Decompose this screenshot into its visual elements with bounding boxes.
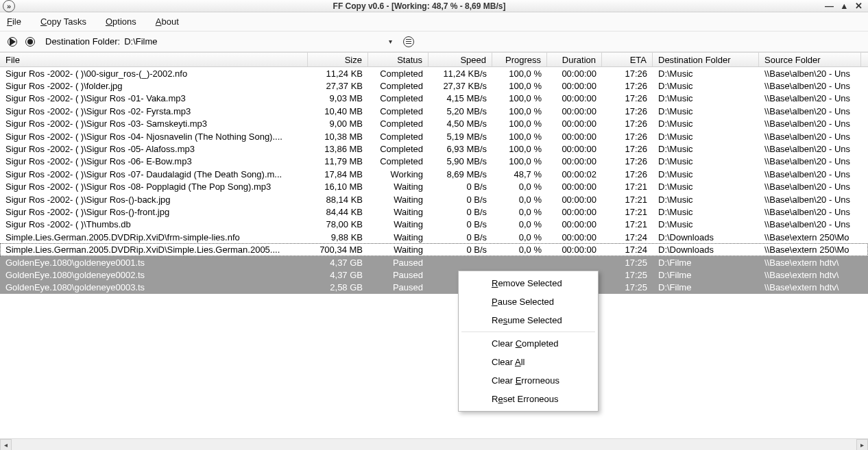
cell-progress: 0,0 % — [492, 232, 547, 242]
cell-dest: D:\Music — [653, 118, 759, 129]
menu-about[interactable]: About — [156, 16, 179, 27]
cell-file: Sigur Ros -2002- ( )\Sigur Ros-()-front.… — [0, 207, 308, 217]
table-row[interactable]: Sigur Ros -2002- ( )\folder.jpg27,37 KBC… — [0, 79, 868, 92]
destination-folder-dropdown-icon[interactable]: ▾ — [389, 38, 396, 45]
cell-src: \\Base\alben\20 - Uns — [759, 182, 861, 192]
table-row[interactable]: Sigur Ros -2002- ( )\Sigur Ros -04- Njos… — [0, 130, 868, 142]
column-status[interactable]: Status — [368, 53, 429, 66]
cell-progress: 100,0 % — [492, 68, 547, 79]
table-row[interactable]: Sigur Ros -2002- ( )\Sigur Ros -06- E-Bo… — [0, 155, 868, 168]
cell-status: Completed — [368, 93, 429, 103]
table-row[interactable]: Sigur Ros -2002- ( )\Sigur Ros -03- Sams… — [0, 118, 868, 130]
cell-file: Sigur Ros -2002- ( )\Sigur Ros -01- Vaka… — [0, 93, 308, 103]
ctx-remove-selected[interactable]: Remove Selected — [459, 274, 598, 292]
scroll-left-icon[interactable]: ◂ — [0, 439, 12, 451]
minimize-button[interactable]: — — [825, 1, 834, 10]
cell-size: 84,44 KB — [308, 207, 368, 217]
table-row[interactable]: GoldenEye.1080\goldeneye0001.ts4,37 GBPa… — [0, 256, 868, 268]
cell-dest: D:\Music — [653, 81, 759, 91]
horizontal-scrollbar[interactable]: ◂ ▸ — [0, 438, 868, 450]
table-row[interactable]: Sigur Ros -2002- ( )\Sigur Ros-()-back.j… — [0, 193, 868, 205]
table-row[interactable]: Sigur Ros -2002- ( )\Sigur Ros -05- Alaf… — [0, 142, 868, 155]
column-size[interactable]: Size — [308, 53, 368, 66]
record-button[interactable] — [25, 36, 36, 47]
cell-speed: 4,50 MB/s — [429, 118, 492, 129]
cell-file: Sigur Ros -2002- ( )\Thumbs.db — [0, 219, 308, 229]
table-row[interactable]: Sigur Ros -2002- ( )\Sigur Ros-()-front.… — [0, 205, 868, 218]
cell-dest: D:\Music — [653, 169, 759, 179]
cell-speed: 4,15 MB/s — [429, 93, 492, 103]
cell-src: \\Base\extern hdtv\ — [759, 282, 861, 292]
cell-size: 88,14 KB — [308, 195, 368, 205]
destination-folder-label: Destination Folder: — [45, 36, 120, 47]
cell-duration: 00:00:00 — [547, 132, 602, 142]
table-row[interactable]: Sigur Ros -2002- ( )\Sigur Ros -01- Vaka… — [0, 92, 868, 105]
ctx-clear-all[interactable]: Clear All — [459, 353, 598, 371]
table-row[interactable]: Sigur Ros -2002- ( )\Sigur Ros -02- Fyrs… — [0, 105, 868, 117]
table-row[interactable]: GoldenEye.1080\goldeneye0002.ts4,37 GBPa… — [0, 268, 868, 281]
window-title: FF Copy v0.6 - [Working: 48,7 % - 8,69 M… — [19, 1, 819, 11]
play-button[interactable] — [7, 36, 18, 47]
ctx-clear-completed[interactable]: Clear Completed — [459, 334, 598, 353]
menu-copy-tasks[interactable]: Copy Tasks — [40, 16, 86, 27]
table-body[interactable]: Sigur Ros -2002- ( )\00-sigur_ros-(_)-20… — [0, 67, 868, 438]
ctx-reset-erroneous[interactable]: Reset Erroneous — [459, 390, 598, 408]
column-src[interactable]: Source Folder — [759, 53, 861, 66]
column-speed[interactable]: Speed — [429, 53, 492, 66]
cell-dest: D:\Music — [653, 195, 759, 205]
column-dest[interactable]: Destination Folder — [653, 53, 759, 66]
table-row[interactable]: Sigur Ros -2002- ( )\Thumbs.db78,00 KBWa… — [0, 218, 868, 231]
table-row[interactable]: Sigur Ros -2002- ( )\Sigur Ros -08- Popp… — [0, 181, 868, 193]
cell-file: Sigur Ros -2002- ( )\Sigur Ros-()-back.j… — [0, 195, 308, 205]
destination-folder-value[interactable]: D:\Filme — [124, 36, 157, 47]
cell-progress: 100,0 % — [492, 81, 547, 91]
menu-options[interactable]: Options — [106, 16, 136, 27]
maximize-button[interactable]: ▴ — [842, 1, 847, 10]
cell-size: 17,84 MB — [308, 169, 368, 179]
cell-dest: D:\Music — [653, 144, 759, 154]
table-row[interactable]: Sigur Ros -2002- ( )\00-sigur_ros-(_)-20… — [0, 67, 868, 79]
column-duration[interactable]: Duration — [547, 53, 602, 66]
menu-file[interactable]: File — [7, 16, 21, 27]
ctx-resume-selected[interactable]: Resume Selected — [459, 311, 598, 329]
cell-dest: D:\Music — [653, 93, 759, 103]
cell-eta: 17:21 — [602, 182, 653, 192]
table-row[interactable]: Sigur Ros -2002- ( )\Sigur Ros -07- Daud… — [0, 168, 868, 180]
cell-size: 700,34 MB — [308, 245, 368, 255]
cell-src: \\Base\extern 250\Mo — [759, 232, 861, 242]
table-row[interactable]: GoldenEye.1080\goldeneye0003.ts2,58 GBPa… — [0, 282, 868, 294]
cell-speed: 0 B/s — [429, 182, 492, 192]
column-eta[interactable]: ETA — [602, 53, 653, 66]
cell-size: 4,37 GB — [308, 258, 368, 268]
cell-speed: 0 B/s — [429, 207, 492, 217]
ctx-pause-selected[interactable]: Pause Selected — [459, 292, 598, 311]
cell-eta: 17:25 — [602, 282, 653, 292]
ctx-clear-erroneous[interactable]: Clear Errorneous — [459, 371, 598, 390]
close-button[interactable]: ✕ — [855, 1, 863, 10]
cell-file: Sigur Ros -2002- ( )\Sigur Ros -02- Fyrs… — [0, 106, 308, 116]
table-row[interactable]: Simple.Lies.German.2005.DVDRip.XviD\frm-… — [0, 231, 868, 243]
cell-src: \\Base\alben\20 - Uns — [759, 68, 861, 79]
cell-progress: 0,0 % — [492, 245, 547, 255]
cell-size: 13,86 MB — [308, 144, 368, 154]
cell-speed: 6,93 MB/s — [429, 144, 492, 154]
column-progress[interactable]: Progress — [492, 53, 547, 66]
cell-progress: 100,0 % — [492, 118, 547, 129]
cell-duration: 00:00:00 — [547, 118, 602, 129]
scroll-right-icon[interactable]: ▸ — [856, 439, 868, 451]
cell-speed: 5,20 MB/s — [429, 106, 492, 116]
cell-src: \\Base\extern hdtv\ — [759, 258, 861, 268]
cell-dest: D:\Music — [653, 68, 759, 79]
cell-eta: 17:26 — [602, 144, 653, 154]
app-icon: » — [3, 0, 15, 12]
cell-src: \\Base\alben\20 - Uns — [759, 144, 861, 154]
cell-progress: 0,0 % — [492, 182, 547, 192]
cell-src: \\Base\extern hdtv\ — [759, 270, 861, 280]
list-menu-button[interactable] — [403, 36, 414, 47]
context-menu: Remove Selected Pause Selected Resume Se… — [458, 271, 599, 412]
table-row[interactable]: Simple.Lies.German.2005.DVDRip.XviD\Simp… — [0, 243, 868, 255]
cell-duration: 00:00:00 — [547, 93, 602, 103]
cell-status: Completed — [368, 68, 429, 79]
column-file[interactable]: File — [0, 53, 308, 66]
cell-eta: 17:21 — [602, 195, 653, 205]
